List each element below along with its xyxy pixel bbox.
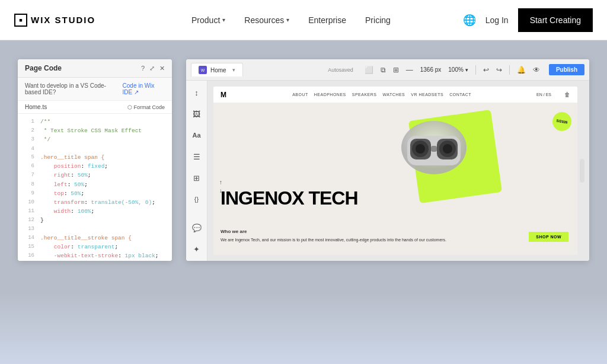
bottom-gradient (0, 293, 607, 364)
svg-rect-4 (431, 146, 437, 152)
code-filename: Home.ts (25, 104, 47, 110)
logo-text: WIX STUDIO (31, 15, 95, 25)
logo-box: ■ (14, 14, 27, 27)
sidebar-tool-layout[interactable]: ☰ (190, 149, 204, 164)
code-line: 14.hero__title__stroke span { (18, 234, 172, 242)
who-we-are: Who we are We are Ingenox Tech, and our … (221, 228, 446, 244)
code-line: 5.hero__title span { (18, 153, 172, 162)
preview-logo: M (221, 91, 227, 99)
editor-toolbar: W Home ▾ Autosaved ⬜ ⧉ ⊞ — 1366 px 100% … (186, 59, 589, 81)
code-line: 13 (18, 225, 172, 233)
globe-icon[interactable]: 🌐 (463, 14, 476, 27)
help-icon[interactable]: ? (141, 65, 145, 72)
code-line: 17 text-stroke: 1px black; (18, 260, 172, 261)
page-icon[interactable]: ⬜ (363, 65, 375, 75)
nav-item-resources[interactable]: Resources ▾ (244, 15, 289, 25)
editor-viewport: ↕ 🖼 Aa ☰ ⊞ {} 💬 ✦ M ABOUT HEADPHONES (186, 81, 589, 261)
sale-badge: S/2026 (551, 110, 573, 132)
chevron-down-icon: ▾ (222, 17, 225, 23)
format-code-button[interactable]: ⬡ Format Code (127, 104, 165, 110)
login-button[interactable]: Log In (485, 15, 509, 25)
sidebar-tool-move[interactable]: ↕ (190, 85, 204, 100)
svg-point-8 (443, 144, 452, 154)
sidebar-tool-text[interactable]: Aa (190, 128, 204, 142)
grid-icon[interactable]: ⊞ (391, 65, 401, 75)
sidebar-tool-image[interactable]: 🖼 (190, 107, 204, 121)
vr-headset-image (395, 109, 472, 186)
nav-item-product[interactable]: Product ▾ (191, 15, 225, 25)
sidebar-tool-code[interactable]: {} (190, 192, 204, 206)
code-line: 4 (18, 145, 172, 153)
code-line: 7 right: 50%; (18, 171, 172, 180)
code-line: 6 position: fixed; (18, 162, 172, 171)
shop-now-button[interactable]: SHOP NOW (529, 232, 568, 242)
minus-icon[interactable]: — (404, 65, 415, 75)
redo-icon[interactable]: ↪ (494, 65, 504, 75)
zoom-control[interactable]: 100% ▾ (446, 65, 470, 74)
undo-icon[interactable]: ↩ (481, 65, 491, 75)
code-line: 3 */ (18, 135, 172, 144)
bell-icon[interactable]: 🔔 (515, 65, 528, 75)
code-line: 10 transform: translate(-50%, 0); (18, 198, 172, 207)
code-line: 15 color: transparent; (18, 242, 172, 251)
expand-icon[interactable]: ⤢ (149, 65, 155, 72)
nav-actions: 🌐 Log In Start Creating (463, 8, 593, 32)
code-panel-icons: ? ⤢ ✕ (141, 65, 165, 72)
code-line: 2 * Text Stroke CSS Mask Effect (18, 126, 172, 135)
navbar: ■ WIX STUDIO Product ▾ Resources ▾ Enter… (0, 0, 607, 40)
code-banner: Want to develop in a VS Code-based IDE? … (18, 78, 172, 101)
start-creating-button[interactable]: Start Creating (518, 8, 593, 32)
preview-lang: EN / ES (536, 92, 551, 97)
code-line: 1/** (18, 117, 172, 126)
code-editor[interactable]: 1/** 2 * Text Stroke CSS Mask Effect 3 *… (18, 114, 172, 261)
tab-dropdown-icon: ▾ (232, 67, 235, 73)
sidebar-tool-grid[interactable]: ⊞ (190, 171, 204, 185)
zoom-dropdown-icon: ▾ (465, 67, 468, 73)
svg-point-7 (416, 144, 425, 154)
code-file-bar: Home.ts ⬡ Format Code (18, 101, 172, 114)
editor-sidebar: ↕ 🖼 Aa ☰ ⊞ {} 💬 ✦ (186, 81, 207, 261)
chevron-down-icon: ▾ (286, 17, 289, 23)
code-in-wix-ide-link[interactable]: Code in Wix IDE ↗ (123, 82, 165, 95)
code-line: 8 left: 50%; (18, 180, 172, 189)
preview-nav: M ABOUT HEADPHONES SPEAKERS WATCHES VR H… (213, 87, 577, 103)
editor-resize-handle[interactable] (580, 159, 584, 183)
nav-item-enterprise[interactable]: Enterprise (308, 15, 346, 25)
preview-trash-icon: 🗑 (564, 91, 570, 98)
separator (475, 65, 476, 75)
preview-hero: S/2026 INGENOX TECH (213, 103, 577, 255)
code-panel-header: Page Code ? ⤢ ✕ (18, 59, 172, 78)
separator (509, 65, 510, 75)
nav-links: Product ▾ Resources ▾ Enterprise Pricing (119, 15, 463, 25)
autosave-badge: Autosaved (328, 67, 353, 73)
editor-canvas: M ABOUT HEADPHONES SPEAKERS WATCHES VR H… (207, 81, 589, 261)
hero-title: INGENOX TECH (221, 189, 358, 207)
editor-tab-icon: W (199, 66, 207, 74)
publish-button[interactable]: Publish (549, 64, 584, 75)
close-icon[interactable]: ✕ (159, 65, 165, 72)
logo[interactable]: ■ WIX STUDIO (14, 14, 95, 27)
code-line: 16 -webkit-text-stroke: 1px black; (18, 251, 172, 260)
editor-panel: W Home ▾ Autosaved ⬜ ⧉ ⊞ — 1366 px 100% … (186, 59, 589, 261)
eye-icon[interactable]: 👁 (531, 65, 542, 75)
sidebar-tool-chat[interactable]: 💬 (190, 221, 204, 235)
nav-item-pricing[interactable]: Pricing (365, 15, 391, 25)
code-line: 12} (18, 216, 172, 225)
code-panel: Page Code ? ⤢ ✕ Want to develop in a VS … (18, 59, 172, 261)
code-line: 11 width: 100%; (18, 207, 172, 216)
toolbar-icons: ⬜ ⧉ ⊞ — 1366 px 100% ▾ ↩ ↪ 🔔 👁 Publish (363, 64, 584, 75)
editor-tab-home[interactable]: W Home ▾ (191, 63, 243, 76)
website-preview: M ABOUT HEADPHONES SPEAKERS WATCHES VR H… (213, 87, 577, 255)
layers-icon[interactable]: ⧉ (379, 65, 388, 75)
preview-nav-links: ABOUT HEADPHONES SPEAKERS WATCHES VR HEA… (237, 92, 527, 97)
width-control[interactable]: 1366 px (418, 65, 443, 74)
sidebar-tool-ai[interactable]: ✦ (190, 242, 204, 256)
code-line: 9 top: 50%; (18, 189, 172, 198)
code-panel-title: Page Code (25, 64, 62, 72)
